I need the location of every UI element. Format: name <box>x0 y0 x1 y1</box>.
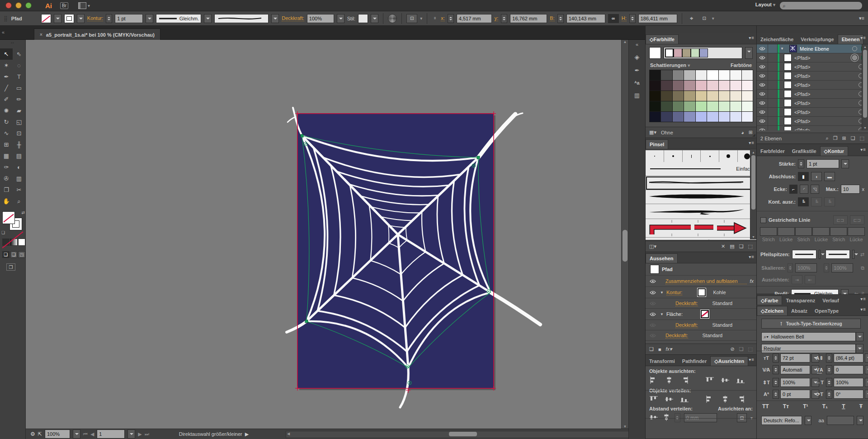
visibility-toggle[interactable] <box>648 301 657 305</box>
layer-row[interactable]: <Pfad> <box>757 108 868 117</box>
language-dropdown[interactable] <box>805 416 811 425</box>
calligraphic-brush-2[interactable] <box>683 150 701 162</box>
dash-input[interactable] <box>830 227 847 236</box>
tab-verlauf[interactable]: Verlauf <box>819 296 843 305</box>
calligraphic-brush-0[interactable] <box>646 150 664 162</box>
tab-pinsel[interactable]: Pinsel <box>646 139 668 149</box>
stepper[interactable] <box>826 365 832 374</box>
brush-libraries-icon[interactable]: ◫▾ <box>649 243 656 249</box>
layer-row[interactable]: <Pfad> <box>757 81 868 90</box>
new-fill-icon[interactable]: ■ <box>658 347 661 352</box>
y-field[interactable]: 16,762 mm <box>510 14 547 23</box>
width-stepper[interactable] <box>557 14 564 23</box>
stroke-link[interactable]: Kontur: <box>666 290 682 296</box>
height-field[interactable]: 186,411 mm <box>638 14 677 23</box>
draw-inside-icon[interactable]: ◳ <box>18 251 25 258</box>
variation-swatch[interactable] <box>695 91 707 101</box>
gradient-mode-button[interactable] <box>10 239 17 246</box>
font-style-dropdown[interactable] <box>856 344 863 353</box>
toolbar-grip[interactable]: ▪▪ <box>0 40 25 45</box>
lock-toggle[interactable] <box>768 99 778 107</box>
cap-projecting-button[interactable]: ▬ <box>824 172 835 181</box>
reference-point-locator[interactable]: ⠿ <box>432 18 438 19</box>
disclosure-triangle-icon[interactable]: ▼ <box>780 47 785 51</box>
strikethrough-icon[interactable]: Ŧ <box>859 403 863 410</box>
stepper[interactable] <box>773 353 779 363</box>
pen-tool[interactable]: ✒ <box>0 71 13 82</box>
layer-thumbnail[interactable] <box>784 117 792 125</box>
variation-swatch[interactable] <box>730 111 741 122</box>
artboard-number-dropdown[interactable] <box>127 429 135 439</box>
variation-swatch[interactable] <box>684 80 695 91</box>
align-to-artboard-icon[interactable]: ⊡ <box>737 413 747 422</box>
layer-row[interactable]: <Pfad> <box>757 117 868 126</box>
rotation-field-dropdown[interactable] <box>865 390 868 399</box>
transform-icon[interactable]: ⌖ <box>687 14 697 23</box>
join-bevel-button[interactable]: ◹ <box>811 185 819 194</box>
touch-type-button[interactable]: ⊺Touch-Type-Textwerkzeug <box>761 319 861 329</box>
scroll-left-arrow[interactable]: ◀ <box>287 432 290 436</box>
layer-row[interactable]: <Pfad> <box>757 62 868 72</box>
layer-thumbnail[interactable] <box>784 54 792 62</box>
opacity-link[interactable]: Deckkraft: <box>282 16 304 21</box>
layer-thumbnail[interactable] <box>784 63 792 71</box>
lock-toggle[interactable] <box>768 81 778 89</box>
isolate-selection-icon[interactable]: ⊡ <box>699 14 709 23</box>
stroke-color-dropdown[interactable] <box>77 14 85 23</box>
layer-thumbnail[interactable] <box>784 126 792 130</box>
expand-panels-icon[interactable]: « <box>636 42 638 47</box>
width-profile-arrow[interactable] <box>204 14 212 23</box>
stroke-color-button[interactable] <box>64 14 74 23</box>
document-tab[interactable]: × a5_portrait_1s.ai* bei 100 % (CMYK/Vor… <box>34 29 160 40</box>
variation-swatch[interactable] <box>649 80 661 91</box>
visibility-toggle[interactable] <box>757 90 768 98</box>
canvas[interactable] <box>26 40 621 429</box>
scroll-down-arrow[interactable]: ▼ <box>622 425 628 429</box>
basic-brush-row[interactable]: Einfach <box>646 162 756 176</box>
calligraphic-brush-4[interactable] <box>719 150 738 162</box>
variation-swatch[interactable] <box>695 80 707 91</box>
variation-swatch[interactable] <box>718 101 730 112</box>
anti-alias-field[interactable] <box>827 416 854 425</box>
variation-swatch[interactable] <box>695 70 707 81</box>
effect-link[interactable]: Zusammenziehen und aufblasen <box>665 278 747 284</box>
variation-swatch[interactable] <box>672 111 684 122</box>
default-fill-stroke-icon[interactable]: ❏ <box>1 230 5 235</box>
close-document-icon[interactable]: × <box>40 32 42 37</box>
width-profile-dropdown[interactable]: Gleichm. <box>156 14 201 23</box>
target-indicator[interactable] <box>852 46 857 51</box>
make-mask-icon[interactable]: ❐ <box>833 135 838 141</box>
align-distribute-top[interactable] <box>649 395 658 403</box>
all-caps-icon[interactable]: TT <box>762 403 769 410</box>
new-effect-icon[interactable]: fx▾ <box>666 346 672 352</box>
rotation-field[interactable]: 0° <box>834 390 863 399</box>
variation-swatch[interactable] <box>718 111 730 122</box>
pencil-tool[interactable]: ✏ <box>13 94 25 105</box>
layer-row[interactable]: <Pfad> <box>757 90 868 99</box>
eraser-tool[interactable]: ▰ <box>13 105 25 116</box>
arrowhead-end-dropdown[interactable] <box>826 250 850 259</box>
y-link[interactable]: y: <box>495 16 499 21</box>
align-distribute-right[interactable] <box>736 395 745 403</box>
variation-swatch[interactable] <box>649 70 661 81</box>
limit-colors-icon[interactable]: ▦▾ <box>649 129 656 135</box>
variation-swatch[interactable] <box>660 70 672 81</box>
mesh-tool[interactable]: ▦ <box>0 150 13 162</box>
visibility-toggle[interactable] <box>757 44 768 53</box>
variation-swatch[interactable] <box>684 70 695 81</box>
underline-icon[interactable]: T <box>842 403 845 410</box>
align-outside-button[interactable]: ╚ <box>824 197 835 206</box>
first-artboard-icon[interactable]: ⏮ <box>83 431 88 437</box>
tracking-field-dropdown[interactable] <box>865 365 868 374</box>
stepper[interactable] <box>773 378 779 387</box>
stroke-menu-icon[interactable] <box>860 147 866 152</box>
y-stepper[interactable] <box>501 14 507 23</box>
variation-swatch[interactable] <box>660 111 672 122</box>
opacity-link[interactable]: Deckkraft: <box>675 301 698 306</box>
preserve-dash-button[interactable]: ⊏⊐ <box>833 215 848 224</box>
tab-zeichen[interactable]: ◇ Zeichen <box>757 306 788 315</box>
bridge-button[interactable]: Br <box>60 2 68 9</box>
blend-tool[interactable]: ◐ <box>13 162 25 173</box>
variation-swatch[interactable] <box>660 101 672 112</box>
charcoal-brush-row-selected[interactable] <box>646 176 756 190</box>
